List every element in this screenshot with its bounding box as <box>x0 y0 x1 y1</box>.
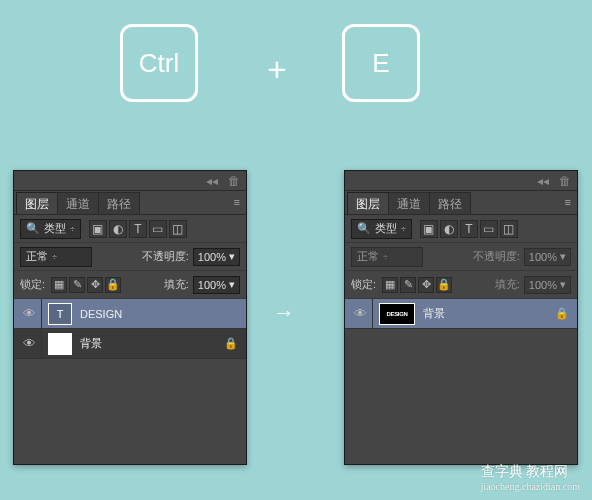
trash-icon[interactable]: 🗑 <box>228 174 240 188</box>
tab-channels[interactable]: 通道 <box>58 192 99 214</box>
lock-icon: 🔒 <box>224 337 238 350</box>
filter-adjust-icon[interactable]: ◐ <box>109 220 127 238</box>
fill-value: 100% <box>529 279 557 291</box>
tab-layers[interactable]: 图层 <box>347 192 389 214</box>
layer-name[interactable]: 背景 <box>423 306 445 321</box>
panel-menu-icon[interactable]: ≡ <box>565 196 571 208</box>
layers-list: 👁 DESIGN 背景 🔒 <box>345 299 577 329</box>
lock-all-icon[interactable]: 🔒 <box>105 277 121 293</box>
tab-channels[interactable]: 通道 <box>389 192 430 214</box>
opacity-value: 100% <box>529 251 557 263</box>
layer-row[interactable]: 👁 背景 🔒 <box>14 329 246 359</box>
filter-shape-icon[interactable]: ▭ <box>149 220 167 238</box>
collapse-icon[interactable]: ◂◂ <box>537 174 549 188</box>
filter-type-select[interactable]: 🔍 类型 ÷ <box>351 219 412 239</box>
layer-thumbnail[interactable] <box>48 333 72 355</box>
chevron-down-icon: ÷ <box>383 252 388 262</box>
fill-input[interactable]: 100% ▾ <box>193 276 240 294</box>
panel-topbar: ◂◂ 🗑 <box>345 171 577 191</box>
chevron-down-icon: ÷ <box>401 224 406 234</box>
filter-smart-icon[interactable]: ◫ <box>169 220 187 238</box>
lock-row: 锁定: ▦ ✎ ✥ 🔒 填充: 100% ▾ <box>14 271 246 299</box>
lock-all-icon[interactable]: 🔒 <box>436 277 452 293</box>
blend-mode-label: 正常 <box>26 249 48 264</box>
filter-text-icon[interactable]: T <box>129 220 147 238</box>
filter-smart-icon[interactable]: ◫ <box>500 220 518 238</box>
eye-icon: 👁 <box>23 336 36 351</box>
opacity-label: 不透明度: <box>142 249 189 264</box>
panel-tabs: 图层 通道 路径 ≡ <box>345 191 577 215</box>
key-ctrl-label: Ctrl <box>139 48 179 79</box>
eye-icon: 👁 <box>354 306 367 321</box>
key-e: E <box>342 24 420 102</box>
layers-panel-before: ◂◂ 🗑 图层 通道 路径 ≡ 🔍 类型 ÷ ▣ ◐ T ▭ ◫ 正常 ÷ 不透… <box>13 170 247 465</box>
filter-type-label: 类型 <box>375 221 397 236</box>
filter-text-icon[interactable]: T <box>460 220 478 238</box>
filter-icons: ▣ ◐ T ▭ ◫ <box>89 220 187 238</box>
opacity-value: 100% <box>198 251 226 263</box>
fill-label: 填充: <box>495 277 520 292</box>
fill-label: 填充: <box>164 277 189 292</box>
layer-row[interactable]: 👁 DESIGN 背景 🔒 <box>345 299 577 329</box>
filter-row: 🔍 类型 ÷ ▣ ◐ T ▭ ◫ <box>14 215 246 243</box>
lock-brush-icon[interactable]: ✎ <box>400 277 416 293</box>
layer-thumbnail[interactable]: T <box>48 303 72 325</box>
filter-adjust-icon[interactable]: ◐ <box>440 220 458 238</box>
caret-down-icon: ▾ <box>560 250 566 263</box>
type-icon: T <box>57 308 64 320</box>
panel-topbar: ◂◂ 🗑 <box>14 171 246 191</box>
layers-list: 👁 T DESIGN 👁 背景 🔒 <box>14 299 246 359</box>
design-thumb-text: DESIGN <box>386 311 407 317</box>
blend-mode-select[interactable]: 正常 ÷ <box>20 247 92 267</box>
visibility-toggle[interactable]: 👁 <box>18 329 42 358</box>
chevron-down-icon: ÷ <box>52 252 57 262</box>
layer-name[interactable]: DESIGN <box>80 308 122 320</box>
lock-icons: ▦ ✎ ✥ 🔒 <box>51 277 121 293</box>
panel-menu-icon[interactable]: ≡ <box>234 196 240 208</box>
filter-pixel-icon[interactable]: ▣ <box>420 220 438 238</box>
lock-label: 锁定: <box>351 277 376 292</box>
fill-value: 100% <box>198 279 226 291</box>
lock-brush-icon[interactable]: ✎ <box>69 277 85 293</box>
filter-shape-icon[interactable]: ▭ <box>480 220 498 238</box>
layer-row[interactable]: 👁 T DESIGN <box>14 299 246 329</box>
key-ctrl: Ctrl <box>120 24 198 102</box>
trash-icon[interactable]: 🗑 <box>559 174 571 188</box>
key-e-label: E <box>372 48 389 79</box>
watermark: 查字典 教程网 jiaocheng.chazidian.com <box>481 463 580 492</box>
layer-thumbnail[interactable]: DESIGN <box>379 303 415 325</box>
filter-type-select[interactable]: 🔍 类型 ÷ <box>20 219 81 239</box>
lock-label: 锁定: <box>20 277 45 292</box>
lock-move-icon[interactable]: ✥ <box>418 277 434 293</box>
blend-row: 正常 ÷ 不透明度: 100% ▾ <box>345 243 577 271</box>
search-icon: 🔍 <box>357 222 371 235</box>
watermark-text: 查字典 教程网 <box>481 464 569 479</box>
blend-mode-select[interactable]: 正常 ÷ <box>351 247 423 267</box>
lock-pixels-icon[interactable]: ▦ <box>382 277 398 293</box>
caret-down-icon: ▾ <box>229 250 235 263</box>
layer-name[interactable]: 背景 <box>80 336 102 351</box>
visibility-toggle[interactable]: 👁 <box>18 299 42 328</box>
lock-pixels-icon[interactable]: ▦ <box>51 277 67 293</box>
tab-paths[interactable]: 路径 <box>99 192 140 214</box>
watermark-url: jiaocheng.chazidian.com <box>481 481 580 492</box>
panel-tabs: 图层 通道 路径 ≡ <box>14 191 246 215</box>
opacity-label: 不透明度: <box>473 249 520 264</box>
fill-input[interactable]: 100% ▾ <box>524 276 571 294</box>
opacity-input[interactable]: 100% ▾ <box>193 248 240 266</box>
tab-layers[interactable]: 图层 <box>16 192 58 214</box>
filter-pixel-icon[interactable]: ▣ <box>89 220 107 238</box>
visibility-toggle[interactable]: 👁 <box>349 299 373 328</box>
tab-paths[interactable]: 路径 <box>430 192 471 214</box>
layers-panel-after: ◂◂ 🗑 图层 通道 路径 ≡ 🔍 类型 ÷ ▣ ◐ T ▭ ◫ 正常 ÷ 不透… <box>344 170 578 465</box>
caret-down-icon: ▾ <box>560 278 566 291</box>
caret-down-icon: ▾ <box>229 278 235 291</box>
lock-row: 锁定: ▦ ✎ ✥ 🔒 填充: 100% ▾ <box>345 271 577 299</box>
collapse-icon[interactable]: ◂◂ <box>206 174 218 188</box>
search-icon: 🔍 <box>26 222 40 235</box>
filter-row: 🔍 类型 ÷ ▣ ◐ T ▭ ◫ <box>345 215 577 243</box>
lock-icons: ▦ ✎ ✥ 🔒 <box>382 277 452 293</box>
filter-icons: ▣ ◐ T ▭ ◫ <box>420 220 518 238</box>
opacity-input[interactable]: 100% ▾ <box>524 248 571 266</box>
lock-move-icon[interactable]: ✥ <box>87 277 103 293</box>
